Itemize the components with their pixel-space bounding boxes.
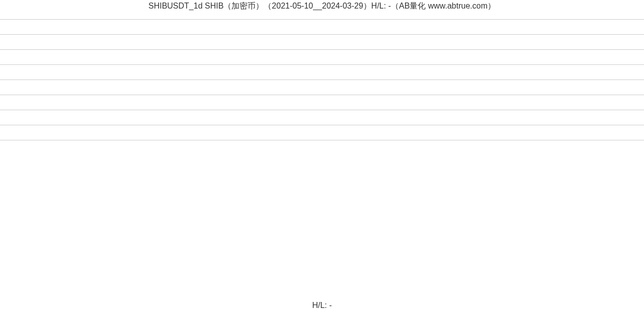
gridline — [0, 95, 644, 95]
gridline — [0, 110, 644, 110]
chart-subtitle: H/L: - — [0, 301, 644, 310]
gridline — [0, 140, 644, 140]
gridline — [0, 64, 644, 65]
gridline — [0, 34, 644, 35]
gridline — [0, 19, 644, 20]
chart-plot-area — [0, 19, 644, 297]
chart-container: SHIBUSDT_1d SHIB（加密币）（2021-05-10__2024-0… — [0, 0, 644, 312]
gridline — [0, 80, 644, 80]
gridline — [0, 49, 644, 50]
chart-title: SHIBUSDT_1d SHIB（加密币）（2021-05-10__2024-0… — [0, 1, 644, 12]
gridline — [0, 125, 644, 125]
